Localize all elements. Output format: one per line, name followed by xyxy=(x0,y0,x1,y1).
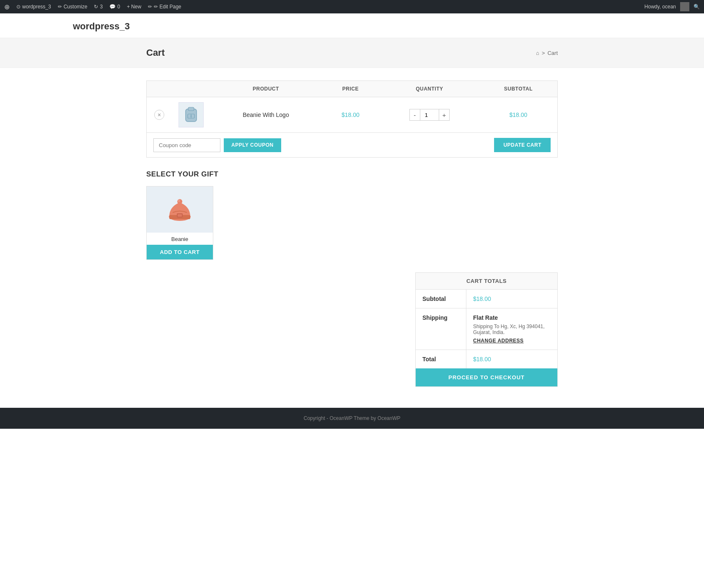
total-label: Total xyxy=(416,350,466,368)
product-image-cell xyxy=(172,97,210,133)
admin-site-label: wordpress_3 xyxy=(22,4,51,10)
beanie-hat-icon xyxy=(165,195,194,224)
subtotal-label: Subtotal xyxy=(416,290,466,308)
breadcrumb-separator: > xyxy=(542,50,545,56)
gift-section-heading: SELECT YOUR GIFT xyxy=(146,170,558,179)
site-footer: Copyright - OceanWP Theme by OceanWP xyxy=(0,408,704,429)
col-price: PRICE xyxy=(321,81,380,97)
admin-bar: ⊕ ⊙ wordpress_3 ✏ Customize ↻ 3 💬 0 + Ne… xyxy=(0,0,704,13)
col-image xyxy=(172,81,210,97)
cart-totals-header: CART TOTALS xyxy=(416,273,557,290)
admin-bar-edit-page[interactable]: ✏ ✏ Edit Page xyxy=(148,4,181,10)
qty-decrease-button[interactable]: - xyxy=(409,109,420,121)
total-row: Total $18.00 xyxy=(416,350,557,368)
comments-count: 0 xyxy=(117,4,120,10)
breadcrumb-current: Cart xyxy=(547,50,558,56)
footer-text: Copyright - OceanWP Theme by OceanWP xyxy=(0,415,704,421)
product-name-cell: Beanie With Logo xyxy=(210,97,321,133)
wp-logo-icon: ⊕ xyxy=(4,3,10,11)
admin-bar-customize[interactable]: ✏ Customize xyxy=(58,4,88,10)
shipping-label: Shipping xyxy=(416,308,466,350)
new-label: + New xyxy=(127,4,141,10)
col-remove xyxy=(147,81,172,97)
gift-section: SELECT YOUR GIFT xyxy=(146,170,558,260)
remove-cell: × xyxy=(147,97,172,133)
col-subtotal: SUBTOTAL xyxy=(479,81,557,97)
subtotal-row: Subtotal $18.00 xyxy=(416,290,557,308)
comments-icon: 💬 xyxy=(109,4,116,10)
shipping-row: Shipping Flat Rate Shipping To Hg, Xc, H… xyxy=(416,308,557,350)
col-quantity: QUANTITY xyxy=(380,81,479,97)
admin-bar-revisions[interactable]: ↻ 3 xyxy=(94,4,103,10)
svg-point-10 xyxy=(178,199,180,202)
remove-item-button[interactable]: × xyxy=(154,110,164,120)
gift-card: Beanie ADD TO CART xyxy=(146,186,213,260)
gift-name: Beanie xyxy=(147,233,213,245)
shipping-address-text: Shipping To Hg, Xc, Hg 394041, Gujarat, … xyxy=(473,324,545,335)
apply-coupon-button[interactable]: APPLY COUPON xyxy=(224,138,281,152)
product-price-cell: $18.00 xyxy=(321,97,380,133)
product-subtotal-cell: $18.00 xyxy=(479,97,557,133)
customize-label: Customize xyxy=(64,4,88,10)
total-amount: $18.00 xyxy=(473,356,491,363)
shipping-value: Flat Rate Shipping To Hg, Xc, Hg 394041,… xyxy=(466,308,557,350)
product-quantity-cell: - + xyxy=(380,97,479,133)
col-product: PRODUCT xyxy=(210,81,321,97)
svg-point-4 xyxy=(191,116,192,117)
flat-rate-label: Flat Rate xyxy=(473,314,551,321)
search-icon[interactable]: 🔍 xyxy=(694,4,700,10)
gift-image-area xyxy=(147,187,213,233)
admin-bar-right: Howdy, ocean 🔍 xyxy=(644,2,700,11)
svg-rect-8 xyxy=(178,214,182,217)
cart-table-header-row: PRODUCT PRICE QUANTITY SUBTOTAL xyxy=(147,81,557,97)
customize-icon: ✏ xyxy=(58,4,62,10)
shipping-address: Shipping To Hg, Xc, Hg 394041, Gujarat, … xyxy=(473,324,551,335)
site-circle-icon: ⊙ xyxy=(16,4,21,10)
edit-icon: ✏ xyxy=(148,4,152,10)
cart-actions: APPLY COUPON UPDATE CART xyxy=(147,133,557,157)
page-title: Cart xyxy=(146,47,165,58)
svg-rect-1 xyxy=(188,107,194,111)
product-price: $18.00 xyxy=(342,111,360,118)
avatar xyxy=(680,2,689,11)
add-to-cart-button[interactable]: ADD TO CART xyxy=(147,245,213,259)
change-address-link[interactable]: CHANGE ADDRESS xyxy=(473,338,524,344)
cart-totals-wrapper: CART TOTALS Subtotal $18.00 Shipping Fla… xyxy=(415,272,558,387)
update-cart-button[interactable]: UPDATE CART xyxy=(494,138,551,152)
quantity-wrapper: - + xyxy=(386,109,473,121)
breadcrumb-home-icon[interactable]: ⌂ xyxy=(536,50,539,56)
admin-bar-site[interactable]: ⊙ wordpress_3 xyxy=(16,4,51,10)
site-title[interactable]: wordpress_3 xyxy=(0,21,704,32)
quantity-input[interactable] xyxy=(420,109,439,121)
revisions-icon: ↻ xyxy=(94,4,98,10)
cart-table: PRODUCT PRICE QUANTITY SUBTOTAL × xyxy=(147,81,557,133)
site-header: wordpress_3 xyxy=(0,13,704,38)
edit-page-label: ✏ Edit Page xyxy=(154,4,181,10)
table-row: × xyxy=(147,97,557,133)
admin-bar-wp[interactable]: ⊕ xyxy=(4,3,10,11)
subtotal-value: $18.00 xyxy=(466,290,557,308)
howdy-label: Howdy, ocean xyxy=(644,4,676,10)
product-subtotal: $18.00 xyxy=(509,111,527,118)
proceed-to-checkout-button[interactable]: PROCEED TO CHECKOUT xyxy=(416,368,557,386)
admin-bar-comments[interactable]: 💬 0 xyxy=(109,4,120,10)
page-title-bar: Cart ⌂ > Cart xyxy=(0,38,704,68)
coupon-input[interactable] xyxy=(153,138,220,152)
backpack-icon xyxy=(182,105,200,125)
admin-bar-new[interactable]: + New xyxy=(127,4,141,10)
gift-product-name: Beanie xyxy=(171,236,188,242)
product-name: Beanie With Logo xyxy=(243,111,289,118)
total-value: $18.00 xyxy=(466,350,557,368)
main-content: PRODUCT PRICE QUANTITY SUBTOTAL × xyxy=(73,68,631,408)
coupon-area: APPLY COUPON xyxy=(153,138,281,152)
cart-table-wrapper: PRODUCT PRICE QUANTITY SUBTOTAL × xyxy=(146,80,558,158)
product-thumbnail xyxy=(179,102,204,127)
breadcrumb: ⌂ > Cart xyxy=(536,50,558,56)
qty-increase-button[interactable]: + xyxy=(439,109,450,121)
revisions-count: 3 xyxy=(100,4,103,10)
subtotal-amount: $18.00 xyxy=(473,295,491,302)
